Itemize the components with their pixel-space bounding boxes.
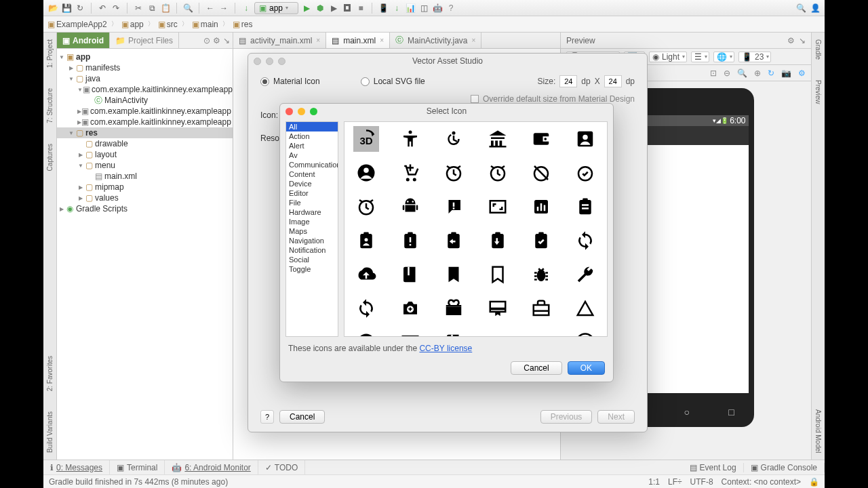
compare-arrows-icon[interactable]: [528, 329, 554, 337]
assessment-icon[interactable]: [528, 194, 554, 220]
bookmark-icon[interactable]: [441, 262, 467, 287]
help-button[interactable]: ?: [260, 410, 274, 424]
camera-enhance-icon[interactable]: [397, 296, 423, 321]
editor-tab[interactable]: ⓒMainActivity.java×: [390, 33, 481, 48]
run-config-selector[interactable]: ▣app ▾: [254, 2, 298, 14]
card-membership-icon[interactable]: [485, 296, 511, 321]
search-icon[interactable]: 🔍: [796, 3, 806, 13]
category-image[interactable]: Image: [286, 217, 338, 226]
tree-main-xml[interactable]: ▤main.xml: [57, 171, 233, 182]
zoom-fit-icon[interactable]: ⊡: [710, 68, 717, 78]
assignment-icon[interactable]: [572, 194, 598, 220]
category-social[interactable]: Social: [286, 255, 338, 264]
tree-pkg-test2[interactable]: ▶▣com.example.kaitlinkinney.exampleapp (: [57, 117, 233, 127]
locale-dropdown[interactable]: 🌐: [713, 52, 734, 62]
rail-gradle[interactable]: Gradle: [814, 39, 822, 60]
rail-preview[interactable]: Preview: [814, 80, 822, 104]
rail-project[interactable]: 1: Project: [46, 39, 54, 68]
category-all[interactable]: All: [286, 122, 338, 131]
radio-material[interactable]: [260, 77, 269, 86]
cancel-button[interactable]: Cancel: [511, 361, 561, 375]
category-action[interactable]: Action: [286, 131, 338, 141]
assignment-returned-icon[interactable]: [485, 228, 511, 253]
hide-icon[interactable]: ↘: [223, 36, 230, 45]
layout-inspector-icon[interactable]: ◫: [418, 3, 429, 14]
license-link[interactable]: CC-BY license: [419, 344, 472, 353]
paste-icon[interactable]: 📋: [160, 3, 171, 14]
alarm-on-icon[interactable]: [572, 160, 598, 186]
screenshot-icon[interactable]: 📷: [781, 68, 791, 78]
rail-structure[interactable]: 7: Structure: [46, 88, 54, 123]
build-icon[interactable]: [572, 262, 598, 287]
breadcrumb-item[interactable]: ▣src: [158, 20, 178, 29]
category-editor[interactable]: Editor: [286, 188, 338, 198]
tree-pkg[interactable]: ▼▣com.example.kaitlinkinney.exampleapp: [57, 84, 233, 95]
autorenew-icon[interactable]: [572, 228, 598, 253]
undo-icon[interactable]: ↶: [97, 3, 108, 14]
tab-gradle-console[interactable]: ▣Gradle Console: [744, 463, 825, 472]
android-icon[interactable]: [397, 194, 423, 220]
tab-terminal[interactable]: ▣Terminal: [110, 460, 165, 474]
bug-report-icon[interactable]: [528, 262, 554, 287]
settings-icon[interactable]: ⚙: [213, 36, 220, 45]
context[interactable]: Context: <no context>: [722, 477, 801, 487]
override-checkbox[interactable]: [471, 95, 479, 103]
height-input[interactable]: [604, 75, 622, 87]
settings-icon[interactable]: ⚙: [798, 68, 806, 78]
zoom-out-icon[interactable]: ⊖: [724, 68, 730, 78]
back-icon[interactable]: ←: [205, 3, 216, 14]
card-travel-icon[interactable]: [528, 296, 554, 321]
encoding[interactable]: UTF-8: [690, 477, 713, 487]
rail-favorites[interactable]: 2: Favorites: [46, 356, 54, 391]
close-icon[interactable]: ×: [380, 37, 384, 44]
close-icon[interactable]: ×: [316, 37, 320, 44]
rail-android-model[interactable]: Android Model: [814, 409, 822, 453]
ok-button[interactable]: OK: [568, 361, 605, 375]
announcement-icon[interactable]: [441, 194, 467, 220]
cancel-button[interactable]: Cancel: [279, 410, 325, 424]
accessibility-icon[interactable]: [397, 126, 423, 152]
chrome-reader-mode-icon[interactable]: [397, 329, 423, 337]
tree-res[interactable]: ▼▢res: [57, 127, 233, 138]
project-tab-android[interactable]: ▣Android: [57, 33, 110, 48]
alarm-icon[interactable]: [485, 160, 511, 186]
check-circle-icon[interactable]: [353, 329, 379, 337]
tree-java[interactable]: ▼▢java: [57, 73, 233, 84]
account-balance-wallet-icon[interactable]: [528, 126, 554, 152]
tab-event-log[interactable]: ▤Event Log: [683, 463, 744, 472]
alarm-icon[interactable]: [353, 194, 379, 220]
sync-icon[interactable]: ↻: [75, 3, 85, 14]
category-hardware[interactable]: Hardware: [286, 207, 338, 217]
category-alert[interactable]: Alert: [286, 141, 338, 150]
breadcrumb-item[interactable]: ▣ExampleApp2: [47, 20, 107, 29]
account-balance-icon[interactable]: [485, 126, 511, 152]
account-box-icon[interactable]: [572, 126, 598, 152]
redo-icon[interactable]: ↷: [111, 3, 121, 14]
api-dropdown[interactable]: 📱23: [738, 52, 771, 62]
card-giftcard-icon[interactable]: [441, 296, 467, 321]
category-notification[interactable]: Notification: [286, 245, 338, 255]
category-content[interactable]: Content: [286, 169, 338, 179]
help-icon[interactable]: ?: [446, 3, 456, 14]
category-communication[interactable]: Communication: [286, 160, 338, 169]
book-icon[interactable]: [397, 262, 423, 287]
monitor-icon[interactable]: 📊: [405, 3, 416, 14]
radio-svg[interactable]: [361, 77, 370, 86]
accessible-icon[interactable]: [441, 126, 467, 152]
assignment-return-icon[interactable]: [441, 228, 467, 253]
save-icon[interactable]: 💾: [61, 3, 72, 14]
project-tab-files[interactable]: 📁Project Files: [110, 33, 179, 48]
change-history-icon[interactable]: [572, 296, 598, 321]
editor-tab[interactable]: ▤activity_main.xml×: [233, 33, 326, 48]
category-toggle[interactable]: Toggle: [286, 264, 338, 274]
theme-dropdown[interactable]: ◉ Light: [649, 52, 687, 62]
open-icon[interactable]: 📂: [47, 3, 58, 14]
debug-icon[interactable]: ⬢: [315, 3, 326, 14]
assignment-ind-icon[interactable]: [353, 228, 379, 253]
tab-android-monitor[interactable]: 🤖6: Android Monitor: [165, 460, 258, 474]
breadcrumb-item[interactable]: ▣res: [233, 20, 253, 29]
tab-messages[interactable]: ℹ0: Messages: [43, 460, 110, 474]
alarm-off-icon[interactable]: [528, 160, 554, 186]
aspect-ratio-icon[interactable]: [485, 194, 511, 220]
tree-mainactivity[interactable]: ⓒMainActivity: [57, 95, 233, 106]
